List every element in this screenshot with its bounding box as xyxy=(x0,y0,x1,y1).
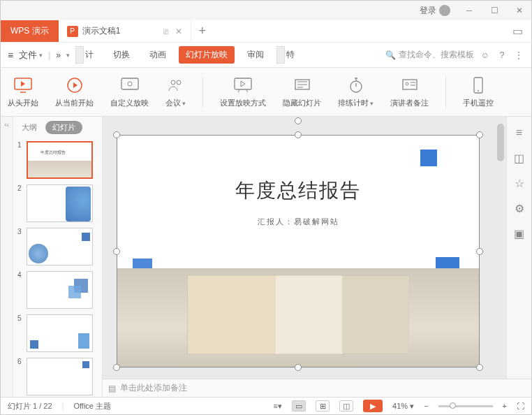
ribbon: 从头开始 从当前开始 自定义放映 会议▾ 设置放映方式 隐藏幻灯片 排练计时▾ … xyxy=(1,68,531,117)
zoom-out-button[interactable]: − xyxy=(424,402,428,410)
menu-design[interactable]: 计 xyxy=(75,46,101,64)
search-placeholder: 查找命令、搜索模板 xyxy=(399,49,474,61)
resize-handle[interactable] xyxy=(476,131,483,138)
phone-remote-button[interactable]: 手机遥控 xyxy=(463,75,494,108)
chevron-down-icon: ▾ xyxy=(370,100,374,107)
reading-view-button[interactable]: ◫ xyxy=(339,400,353,412)
file-menu[interactable]: 文件 ▾ xyxy=(19,49,43,61)
play-slideshow-button[interactable]: ▶ xyxy=(363,400,383,412)
doc-tab-label: 演示文稿1 xyxy=(82,25,121,37)
app-tab[interactable]: WPS 演示 xyxy=(1,20,59,42)
close-button[interactable]: ✕ xyxy=(513,4,526,17)
vertical-scrollbar[interactable] xyxy=(496,121,505,394)
notes-pane[interactable]: ▤ 单击此处添加备注 xyxy=(103,379,531,397)
phone-remote-label: 手机遥控 xyxy=(463,98,494,108)
sorter-view-button[interactable]: ⊞ xyxy=(316,400,330,412)
slide-subtitle: 汇报人：易破解网站 xyxy=(117,217,479,227)
speaker-notes-button[interactable]: 演讲者备注 xyxy=(390,75,429,108)
users-icon xyxy=(166,75,186,95)
notes-toggle-icon[interactable]: ≡▾ xyxy=(274,402,282,411)
from-start-button[interactable]: 从头开始 xyxy=(8,75,38,108)
hide-slide-button[interactable]: 隐藏幻灯片 xyxy=(283,75,321,108)
slide-thumb-2[interactable] xyxy=(27,184,93,222)
resize-handle[interactable] xyxy=(113,364,120,371)
slide-thumb-3[interactable] xyxy=(27,228,93,265)
zoom-in-button[interactable]: + xyxy=(503,402,507,410)
tabs-overflow-icon[interactable]: ▭ xyxy=(512,24,531,38)
presentation-file-icon: P xyxy=(67,26,78,37)
rehearse-label: 排练计时 xyxy=(338,98,369,108)
file-menu-label: 文件 xyxy=(19,49,37,61)
resize-handle[interactable] xyxy=(476,248,483,255)
minimize-button[interactable]: ─ xyxy=(463,4,475,17)
login-button[interactable]: 登录 xyxy=(420,5,450,17)
login-label: 登录 xyxy=(420,5,436,17)
from-start-label: 从头开始 xyxy=(8,98,38,108)
menu-cut[interactable]: 特 xyxy=(276,46,295,64)
new-tab-button[interactable]: + xyxy=(191,24,214,38)
fit-window-button[interactable]: ⛶ xyxy=(517,402,524,410)
resize-handle[interactable] xyxy=(113,131,120,138)
svg-point-12 xyxy=(478,90,479,92)
separator: | xyxy=(48,50,50,60)
monitor-play-icon xyxy=(13,75,33,95)
clipboard-icon[interactable]: ▣ xyxy=(513,227,526,240)
slide-content: 年度总结报告 汇报人：易破解网站 xyxy=(117,136,479,367)
resize-handle[interactable] xyxy=(113,248,120,255)
ribbon-separator xyxy=(202,77,203,108)
menu-review[interactable]: 审阅 xyxy=(240,46,271,64)
svg-point-10 xyxy=(406,82,408,85)
stopwatch-icon xyxy=(346,75,366,95)
thumb-number: 3 xyxy=(17,228,23,265)
rehearse-button[interactable]: 排练计时▾ xyxy=(338,75,374,108)
resize-handle[interactable] xyxy=(295,131,302,138)
menu-transition[interactable]: 切换 xyxy=(106,46,137,64)
menu-slideshow[interactable]: 幻灯片放映 xyxy=(179,46,235,64)
rotate-handle[interactable] xyxy=(295,117,302,124)
doc-tab[interactable]: P 演示文稿1 ⎚ ✕ xyxy=(59,20,191,42)
svg-point-3 xyxy=(128,82,132,86)
menu-animation[interactable]: 动画 xyxy=(142,46,173,64)
settings-sliders-icon[interactable]: ⚙ xyxy=(513,202,526,214)
help-icon[interactable]: ? xyxy=(496,50,508,61)
slide-thumb-4[interactable] xyxy=(27,271,93,309)
panel-collapse[interactable]: ‹‹ xyxy=(1,117,13,398)
search-box[interactable]: 🔍 查找命令、搜索模板 xyxy=(385,49,474,61)
rail-handle-icon[interactable]: ≡ xyxy=(513,126,526,139)
display-icon[interactable]: ⎚ xyxy=(163,27,168,36)
slide-thumb-5[interactable] xyxy=(27,314,93,352)
resize-handle[interactable] xyxy=(295,364,302,371)
setup-show-button[interactable]: 设置放映方式 xyxy=(220,75,266,108)
chat-icon[interactable]: ☺ xyxy=(480,50,491,61)
custom-show-button[interactable]: 自定义放映 xyxy=(110,75,149,108)
notes-placeholder: 单击此处添加备注 xyxy=(120,382,187,394)
outline-tab[interactable]: 大纲 xyxy=(17,121,41,134)
slides-tab[interactable]: 幻灯片 xyxy=(45,121,82,134)
slide-selection[interactable]: 年度总结报告 汇报人：易破解网站 xyxy=(117,135,480,367)
maximize-button[interactable]: ☐ xyxy=(488,4,501,17)
resize-handle[interactable] xyxy=(476,364,483,371)
chevron-down-icon: ▾ xyxy=(66,52,70,59)
meeting-button[interactable]: 会议▾ xyxy=(165,75,186,108)
workarea: ‹‹ 大纲 幻灯片 1年度总结报告 2 3 4 5 6 年度总结报告 汇报人：易… xyxy=(1,117,531,398)
titlebar: 登录 ─ ☐ ✕ xyxy=(1,1,531,20)
slide-counter: 幻灯片 1 / 22 xyxy=(8,401,52,412)
slide-thumb-1[interactable]: 年度总结报告 xyxy=(27,141,93,179)
menu-more[interactable]: » xyxy=(56,50,61,60)
setup-show-label: 设置放映方式 xyxy=(220,98,266,108)
from-current-button[interactable]: 从当前开始 xyxy=(55,75,94,108)
slide-canvas[interactable]: 年度总结报告 汇报人：易破解网站 xyxy=(103,117,506,398)
layers-icon[interactable]: ◫ xyxy=(513,152,526,164)
hamburger-icon[interactable]: ≡ xyxy=(8,50,13,61)
zoom-slider[interactable] xyxy=(438,405,493,407)
app-tab-label: WPS 演示 xyxy=(10,25,49,37)
avatar-icon xyxy=(439,5,450,16)
star-icon[interactable]: ☆ xyxy=(513,177,526,189)
status-bar: 幻灯片 1 / 22 | Office 主题 ≡▾ ▭ ⊞ ◫ ▶ 41% ▾ … xyxy=(1,397,531,414)
menu-collapse-icon[interactable]: ⋮ xyxy=(513,50,524,61)
thumb-number: 4 xyxy=(17,271,23,309)
monitor-gear-icon xyxy=(120,75,140,95)
doc-tab-close-icon[interactable]: ✕ xyxy=(175,27,182,36)
normal-view-button[interactable]: ▭ xyxy=(292,400,306,412)
zoom-level[interactable]: 41% ▾ xyxy=(392,402,414,411)
